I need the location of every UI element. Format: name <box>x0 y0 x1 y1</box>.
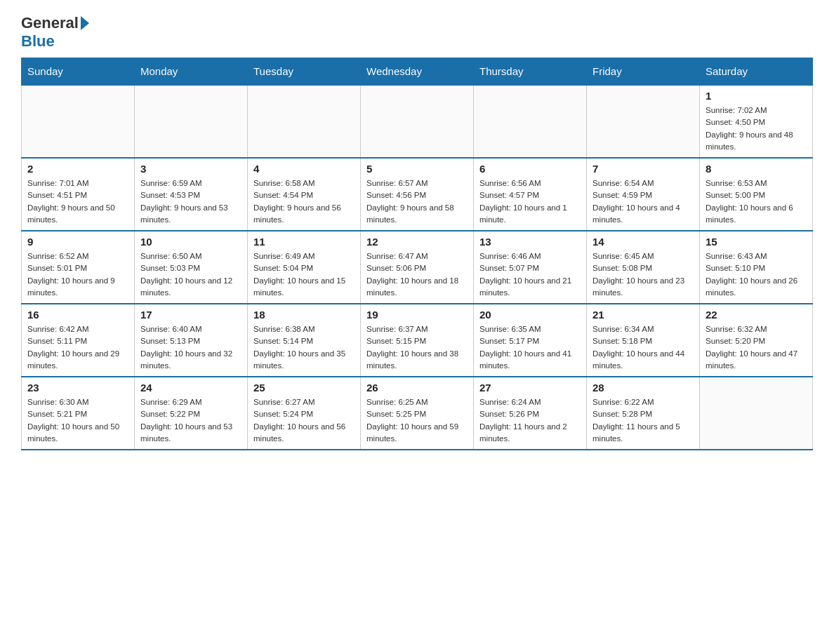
week-row-1: 1Sunrise: 7:02 AM Sunset: 4:50 PM Daylig… <box>22 85 813 158</box>
day-cell: 6Sunrise: 6:56 AM Sunset: 4:57 PM Daylig… <box>474 158 587 231</box>
week-row-5: 23Sunrise: 6:30 AM Sunset: 5:21 PM Dayli… <box>22 377 813 450</box>
week-row-2: 2Sunrise: 7:01 AM Sunset: 4:51 PM Daylig… <box>22 158 813 231</box>
day-number: 24 <box>140 382 241 394</box>
day-number: 26 <box>366 382 468 394</box>
day-info: Sunrise: 6:27 AM Sunset: 5:24 PM Dayligh… <box>253 396 355 445</box>
day-cell: 1Sunrise: 7:02 AM Sunset: 4:50 PM Daylig… <box>700 85 813 158</box>
day-info: Sunrise: 6:56 AM Sunset: 4:57 PM Dayligh… <box>479 177 581 226</box>
day-cell: 25Sunrise: 6:27 AM Sunset: 5:24 PM Dayli… <box>248 377 361 450</box>
week-row-3: 9Sunrise: 6:52 AM Sunset: 5:01 PM Daylig… <box>22 231 813 304</box>
day-info: Sunrise: 6:58 AM Sunset: 4:54 PM Dayligh… <box>253 177 355 226</box>
day-number: 20 <box>479 309 581 321</box>
day-number: 9 <box>27 236 128 248</box>
column-header-wednesday: Wednesday <box>361 58 474 86</box>
day-info: Sunrise: 6:38 AM Sunset: 5:14 PM Dayligh… <box>253 323 355 372</box>
day-info: Sunrise: 6:46 AM Sunset: 5:07 PM Dayligh… <box>479 250 581 299</box>
column-header-monday: Monday <box>135 58 248 86</box>
day-cell: 18Sunrise: 6:38 AM Sunset: 5:14 PM Dayli… <box>248 304 361 377</box>
day-cell <box>587 85 700 158</box>
day-cell: 22Sunrise: 6:32 AM Sunset: 5:20 PM Dayli… <box>700 304 813 377</box>
day-number: 27 <box>479 382 581 394</box>
day-info: Sunrise: 6:53 AM Sunset: 5:00 PM Dayligh… <box>706 177 807 226</box>
day-cell: 4Sunrise: 6:58 AM Sunset: 4:54 PM Daylig… <box>248 158 361 231</box>
column-header-friday: Friday <box>587 58 700 86</box>
column-header-saturday: Saturday <box>700 58 813 86</box>
day-info: Sunrise: 6:42 AM Sunset: 5:11 PM Dayligh… <box>27 323 128 372</box>
day-number: 4 <box>253 163 355 175</box>
day-info: Sunrise: 7:02 AM Sunset: 4:50 PM Dayligh… <box>706 105 807 153</box>
day-cell: 24Sunrise: 6:29 AM Sunset: 5:22 PM Dayli… <box>135 377 248 450</box>
day-cell: 13Sunrise: 6:46 AM Sunset: 5:07 PM Dayli… <box>474 231 587 304</box>
day-cell: 10Sunrise: 6:50 AM Sunset: 5:03 PM Dayli… <box>135 231 248 304</box>
day-info: Sunrise: 6:49 AM Sunset: 5:04 PM Dayligh… <box>253 250 355 299</box>
day-cell: 19Sunrise: 6:37 AM Sunset: 5:15 PM Dayli… <box>361 304 474 377</box>
day-number: 14 <box>593 236 694 248</box>
column-header-sunday: Sunday <box>22 58 135 86</box>
day-cell: 14Sunrise: 6:45 AM Sunset: 5:08 PM Dayli… <box>587 231 700 304</box>
day-number: 21 <box>593 309 694 321</box>
day-info: Sunrise: 6:45 AM Sunset: 5:08 PM Dayligh… <box>593 250 694 299</box>
day-info: Sunrise: 6:22 AM Sunset: 5:28 PM Dayligh… <box>593 396 694 445</box>
day-cell: 7Sunrise: 6:54 AM Sunset: 4:59 PM Daylig… <box>587 158 700 231</box>
day-number: 10 <box>140 236 241 248</box>
day-cell: 2Sunrise: 7:01 AM Sunset: 4:51 PM Daylig… <box>22 158 135 231</box>
day-info: Sunrise: 6:25 AM Sunset: 5:25 PM Dayligh… <box>366 396 468 445</box>
day-info: Sunrise: 7:01 AM Sunset: 4:51 PM Dayligh… <box>27 177 128 226</box>
day-cell: 5Sunrise: 6:57 AM Sunset: 4:56 PM Daylig… <box>361 158 474 231</box>
day-cell <box>22 85 135 158</box>
day-number: 18 <box>253 309 355 321</box>
day-number: 19 <box>366 309 468 321</box>
day-number: 5 <box>366 163 468 175</box>
day-cell: 21Sunrise: 6:34 AM Sunset: 5:18 PM Dayli… <box>587 304 700 377</box>
day-cell: 9Sunrise: 6:52 AM Sunset: 5:01 PM Daylig… <box>22 231 135 304</box>
day-info: Sunrise: 6:50 AM Sunset: 5:03 PM Dayligh… <box>140 250 241 299</box>
day-cell <box>474 85 587 158</box>
day-number: 13 <box>479 236 581 248</box>
day-cell: 26Sunrise: 6:25 AM Sunset: 5:25 PM Dayli… <box>361 377 474 450</box>
header-row: SundayMondayTuesdayWednesdayThursdayFrid… <box>22 58 813 86</box>
day-cell: 28Sunrise: 6:22 AM Sunset: 5:28 PM Dayli… <box>587 377 700 450</box>
day-number: 12 <box>366 236 468 248</box>
day-cell: 16Sunrise: 6:42 AM Sunset: 5:11 PM Dayli… <box>22 304 135 377</box>
day-cell: 8Sunrise: 6:53 AM Sunset: 5:00 PM Daylig… <box>700 158 813 231</box>
logo-arrow-icon <box>81 16 89 30</box>
day-cell: 23Sunrise: 6:30 AM Sunset: 5:21 PM Dayli… <box>22 377 135 450</box>
day-number: 6 <box>479 163 581 175</box>
logo: General Blue <box>21 14 91 51</box>
day-cell: 11Sunrise: 6:49 AM Sunset: 5:04 PM Dayli… <box>248 231 361 304</box>
day-info: Sunrise: 6:34 AM Sunset: 5:18 PM Dayligh… <box>593 323 694 372</box>
day-cell <box>361 85 474 158</box>
day-number: 23 <box>27 382 128 394</box>
day-number: 11 <box>253 236 355 248</box>
day-info: Sunrise: 6:30 AM Sunset: 5:21 PM Dayligh… <box>27 396 128 445</box>
day-cell: 17Sunrise: 6:40 AM Sunset: 5:13 PM Dayli… <box>135 304 248 377</box>
logo-general-text: General <box>21 14 79 32</box>
day-info: Sunrise: 6:24 AM Sunset: 5:26 PM Dayligh… <box>479 396 581 445</box>
day-number: 22 <box>706 309 807 321</box>
day-number: 1 <box>706 90 807 102</box>
day-number: 15 <box>706 236 807 248</box>
day-cell: 12Sunrise: 6:47 AM Sunset: 5:06 PM Dayli… <box>361 231 474 304</box>
column-header-thursday: Thursday <box>474 58 587 86</box>
day-number: 2 <box>27 163 128 175</box>
day-cell: 15Sunrise: 6:43 AM Sunset: 5:10 PM Dayli… <box>700 231 813 304</box>
day-number: 28 <box>593 382 694 394</box>
day-info: Sunrise: 6:43 AM Sunset: 5:10 PM Dayligh… <box>706 250 807 299</box>
logo-blue-text: Blue <box>21 32 55 51</box>
day-cell <box>700 377 813 450</box>
day-number: 17 <box>140 309 241 321</box>
day-number: 8 <box>706 163 807 175</box>
day-info: Sunrise: 6:32 AM Sunset: 5:20 PM Dayligh… <box>706 323 807 372</box>
day-info: Sunrise: 6:35 AM Sunset: 5:17 PM Dayligh… <box>479 323 581 372</box>
page-header: General Blue <box>21 14 813 51</box>
calendar-table: SundayMondayTuesdayWednesdayThursdayFrid… <box>21 58 813 450</box>
day-info: Sunrise: 6:37 AM Sunset: 5:15 PM Dayligh… <box>366 323 468 372</box>
day-cell: 20Sunrise: 6:35 AM Sunset: 5:17 PM Dayli… <box>474 304 587 377</box>
day-info: Sunrise: 6:59 AM Sunset: 4:53 PM Dayligh… <box>140 177 241 226</box>
day-info: Sunrise: 6:57 AM Sunset: 4:56 PM Dayligh… <box>366 177 468 226</box>
column-header-tuesday: Tuesday <box>248 58 361 86</box>
day-info: Sunrise: 6:52 AM Sunset: 5:01 PM Dayligh… <box>27 250 128 299</box>
day-number: 3 <box>140 163 241 175</box>
day-info: Sunrise: 6:47 AM Sunset: 5:06 PM Dayligh… <box>366 250 468 299</box>
day-info: Sunrise: 6:40 AM Sunset: 5:13 PM Dayligh… <box>140 323 241 372</box>
